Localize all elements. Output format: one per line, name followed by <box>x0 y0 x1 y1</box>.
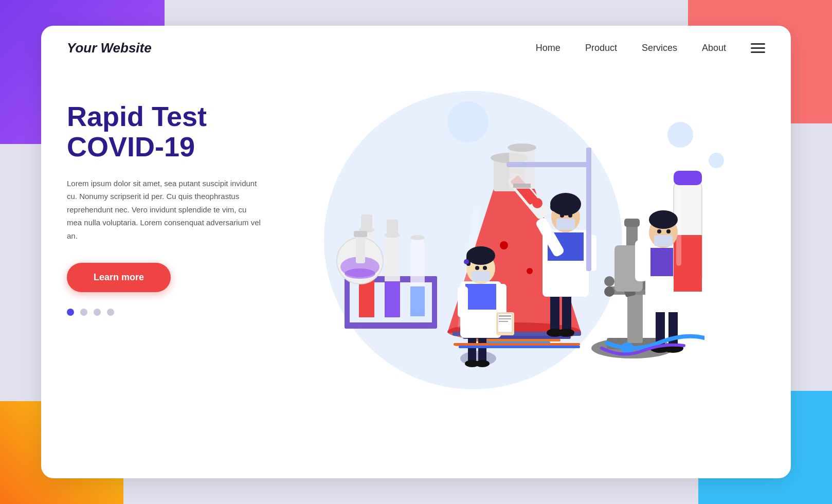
svg-rect-13 <box>345 322 437 329</box>
svg-rect-40 <box>465 284 496 310</box>
svg-rect-75 <box>556 219 575 230</box>
svg-point-105 <box>657 229 661 233</box>
svg-rect-96 <box>635 240 647 281</box>
nav-links: Home Product Services About <box>536 43 765 53</box>
page-background: Your Website Home Product Services About… <box>0 0 832 504</box>
svg-point-26 <box>410 235 425 240</box>
hero-title-line2: COVID-19 <box>67 131 195 162</box>
hamburger-line1 <box>751 43 765 45</box>
svg-rect-14 <box>345 276 350 328</box>
svg-rect-68 <box>513 184 531 188</box>
svg-point-103 <box>649 210 678 229</box>
svg-rect-41 <box>458 286 468 317</box>
hero-title-line1: Rapid Test <box>67 101 207 132</box>
svg-rect-107 <box>454 343 580 346</box>
dot-1[interactable] <box>67 309 74 316</box>
svg-rect-55 <box>550 292 559 333</box>
svg-point-106 <box>666 229 671 233</box>
svg-point-88 <box>604 286 614 297</box>
svg-point-73 <box>550 203 558 211</box>
svg-point-76 <box>560 213 564 218</box>
hero-title: Rapid Test COVID-19 <box>67 101 283 163</box>
svg-point-65 <box>532 198 542 208</box>
svg-point-38 <box>475 360 490 367</box>
nav-services[interactable]: Services <box>642 43 677 53</box>
svg-point-52 <box>475 266 479 270</box>
main-card: Your Website Home Product Services About… <box>41 26 791 478</box>
svg-point-77 <box>568 213 572 218</box>
hero-illustration <box>283 81 765 451</box>
lab-illustration <box>314 86 765 441</box>
svg-rect-56 <box>562 292 571 333</box>
dot-2[interactable] <box>80 309 87 316</box>
svg-point-10 <box>527 268 533 274</box>
navbar: Your Website Home Product Services About <box>41 26 791 70</box>
hero-content-left: Rapid Test COVID-19 Lorem ipsum dolor si… <box>67 81 283 316</box>
svg-rect-66 <box>509 148 535 189</box>
dot-4[interactable] <box>107 309 114 316</box>
svg-rect-91 <box>668 307 678 348</box>
svg-rect-31 <box>354 231 367 237</box>
svg-point-49 <box>466 246 495 265</box>
svg-point-54 <box>464 259 469 264</box>
svg-point-67 <box>508 143 536 152</box>
hamburger-line3 <box>751 51 765 53</box>
brand-logo: Your Website <box>67 40 152 56</box>
svg-rect-51 <box>472 271 490 281</box>
hamburger-menu[interactable] <box>751 43 765 53</box>
hero-section: Rapid Test COVID-19 Lorem ipsum dolor si… <box>41 70 791 472</box>
svg-rect-100 <box>674 171 702 185</box>
svg-point-89 <box>604 276 614 286</box>
nav-product[interactable]: Product <box>585 43 617 53</box>
svg-rect-23 <box>387 220 398 238</box>
svg-rect-70 <box>586 148 591 271</box>
svg-rect-45 <box>499 315 511 317</box>
svg-rect-101 <box>676 189 681 266</box>
svg-point-53 <box>483 266 487 270</box>
svg-rect-104 <box>654 235 673 246</box>
dot-3[interactable] <box>94 309 101 316</box>
nav-home[interactable]: Home <box>536 43 560 53</box>
learn-more-button[interactable]: Learn more <box>67 263 171 292</box>
svg-rect-21 <box>385 281 400 317</box>
svg-rect-19 <box>361 214 372 232</box>
svg-rect-15 <box>432 276 437 328</box>
svg-rect-46 <box>499 318 511 319</box>
svg-point-58 <box>558 329 574 337</box>
hamburger-line2 <box>751 47 765 49</box>
svg-rect-86 <box>624 219 640 227</box>
svg-rect-25 <box>410 286 425 316</box>
svg-rect-108 <box>459 346 580 348</box>
hero-description: Lorem ipsum dolor sit amet, sea putant s… <box>67 177 262 243</box>
carousel-dots <box>67 309 283 316</box>
svg-rect-47 <box>499 321 508 322</box>
svg-rect-30 <box>356 235 365 263</box>
nav-about[interactable]: About <box>702 43 726 53</box>
svg-rect-69 <box>507 162 589 167</box>
svg-point-74 <box>572 202 580 210</box>
svg-point-9 <box>500 241 508 249</box>
